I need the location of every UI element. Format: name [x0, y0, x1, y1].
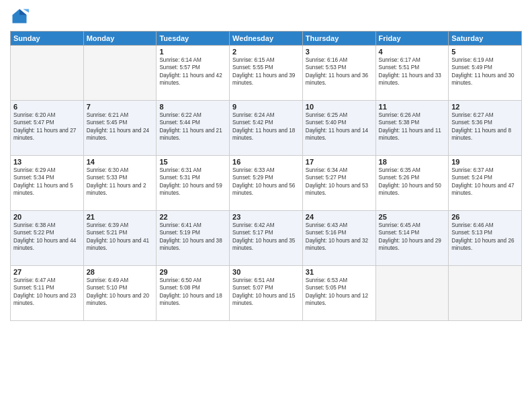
col-friday: Friday — [375, 32, 449, 46]
day-number: 15 — [159, 158, 226, 166]
calendar-week-row: 13Sunrise: 6:29 AM Sunset: 5:34 PM Dayli… — [11, 156, 522, 211]
day-info: Sunrise: 6:30 AM Sunset: 5:33 PM Dayligh… — [87, 167, 154, 197]
table-row: 20Sunrise: 6:38 AM Sunset: 5:22 PM Dayli… — [11, 211, 84, 266]
day-number: 20 — [13, 213, 81, 221]
table-row: 19Sunrise: 6:37 AM Sunset: 5:24 PM Dayli… — [449, 156, 522, 211]
table-row: 26Sunrise: 6:46 AM Sunset: 5:13 PM Dayli… — [449, 211, 522, 266]
table-row: 5Sunrise: 6:19 AM Sunset: 5:49 PM Daylig… — [449, 46, 522, 101]
table-row: 8Sunrise: 6:22 AM Sunset: 5:44 PM Daylig… — [157, 101, 230, 156]
table-row: 15Sunrise: 6:31 AM Sunset: 5:31 PM Dayli… — [157, 156, 230, 211]
day-number: 10 — [306, 103, 373, 111]
col-saturday: Saturday — [449, 32, 522, 46]
day-info: Sunrise: 6:16 AM Sunset: 5:53 PM Dayligh… — [306, 56, 373, 87]
table-row: 7Sunrise: 6:21 AM Sunset: 5:45 PM Daylig… — [83, 101, 157, 156]
day-number: 25 — [379, 213, 446, 221]
table-row: 4Sunrise: 6:17 AM Sunset: 5:51 PM Daylig… — [375, 46, 449, 101]
table-row: 14Sunrise: 6:30 AM Sunset: 5:33 PM Dayli… — [83, 156, 157, 211]
day-number: 30 — [232, 268, 300, 276]
day-number: 21 — [87, 213, 154, 221]
day-number: 22 — [159, 213, 226, 221]
day-number: 7 — [87, 103, 154, 111]
day-info: Sunrise: 6:26 AM Sunset: 5:38 PM Dayligh… — [379, 111, 446, 142]
day-number: 4 — [379, 48, 446, 56]
header — [10, 7, 522, 26]
day-number: 28 — [87, 268, 154, 276]
day-info: Sunrise: 6:42 AM Sunset: 5:17 PM Dayligh… — [232, 222, 300, 253]
col-tuesday: Tuesday — [157, 32, 230, 46]
day-number: 9 — [232, 103, 300, 111]
col-monday: Monday — [83, 32, 157, 46]
day-number: 26 — [451, 213, 519, 221]
day-info: Sunrise: 6:43 AM Sunset: 5:16 PM Dayligh… — [306, 222, 373, 253]
table-row: 6Sunrise: 6:20 AM Sunset: 5:47 PM Daylig… — [11, 101, 84, 156]
day-number: 8 — [159, 103, 226, 111]
day-info: Sunrise: 6:39 AM Sunset: 5:21 PM Dayligh… — [87, 222, 154, 253]
day-number: 6 — [13, 103, 81, 111]
table-row — [375, 266, 449, 321]
table-row: 28Sunrise: 6:49 AM Sunset: 5:10 PM Dayli… — [83, 266, 157, 321]
day-info: Sunrise: 6:22 AM Sunset: 5:44 PM Dayligh… — [159, 111, 226, 142]
calendar-week-row: 6Sunrise: 6:20 AM Sunset: 5:47 PM Daylig… — [11, 101, 522, 156]
col-thursday: Thursday — [302, 32, 375, 46]
page: Sunday Monday Tuesday Wednesday Thursday… — [0, 0, 532, 411]
day-info: Sunrise: 6:41 AM Sunset: 5:19 PM Dayligh… — [159, 222, 226, 253]
table-row: 3Sunrise: 6:16 AM Sunset: 5:53 PM Daylig… — [302, 46, 375, 101]
day-info: Sunrise: 6:50 AM Sunset: 5:08 PM Dayligh… — [159, 277, 226, 308]
day-info: Sunrise: 6:24 AM Sunset: 5:42 PM Dayligh… — [232, 111, 300, 142]
day-info: Sunrise: 6:17 AM Sunset: 5:51 PM Dayligh… — [379, 56, 446, 87]
day-number: 23 — [232, 213, 300, 221]
calendar-week-row: 27Sunrise: 6:47 AM Sunset: 5:11 PM Dayli… — [11, 266, 522, 321]
col-wednesday: Wednesday — [230, 32, 303, 46]
table-row: 21Sunrise: 6:39 AM Sunset: 5:21 PM Dayli… — [83, 211, 157, 266]
day-info: Sunrise: 6:34 AM Sunset: 5:27 PM Dayligh… — [306, 167, 373, 197]
table-row: 24Sunrise: 6:43 AM Sunset: 5:16 PM Dayli… — [302, 211, 375, 266]
table-row: 27Sunrise: 6:47 AM Sunset: 5:11 PM Dayli… — [11, 266, 84, 321]
col-sunday: Sunday — [11, 32, 84, 46]
day-number: 16 — [232, 158, 300, 166]
day-info: Sunrise: 6:33 AM Sunset: 5:29 PM Dayligh… — [232, 167, 300, 197]
day-number: 18 — [379, 158, 446, 166]
day-number: 12 — [451, 103, 519, 111]
calendar-header-row: Sunday Monday Tuesday Wednesday Thursday… — [11, 32, 522, 46]
day-info: Sunrise: 6:21 AM Sunset: 5:45 PM Dayligh… — [87, 111, 154, 142]
day-info: Sunrise: 6:46 AM Sunset: 5:13 PM Dayligh… — [451, 222, 519, 253]
day-number: 17 — [306, 158, 373, 166]
table-row — [83, 46, 157, 101]
table-row: 30Sunrise: 6:51 AM Sunset: 5:07 PM Dayli… — [230, 266, 303, 321]
day-info: Sunrise: 6:29 AM Sunset: 5:34 PM Dayligh… — [13, 167, 81, 197]
day-number: 31 — [306, 268, 373, 276]
day-info: Sunrise: 6:38 AM Sunset: 5:22 PM Dayligh… — [13, 222, 81, 253]
day-number: 24 — [306, 213, 373, 221]
table-row: 31Sunrise: 6:53 AM Sunset: 5:05 PM Dayli… — [302, 266, 375, 321]
table-row: 17Sunrise: 6:34 AM Sunset: 5:27 PM Dayli… — [302, 156, 375, 211]
svg-marker-2 — [23, 9, 29, 13]
day-info: Sunrise: 6:37 AM Sunset: 5:24 PM Dayligh… — [451, 167, 519, 197]
day-info: Sunrise: 6:49 AM Sunset: 5:10 PM Dayligh… — [87, 277, 154, 308]
day-info: Sunrise: 6:14 AM Sunset: 5:57 PM Dayligh… — [159, 56, 226, 87]
table-row: 18Sunrise: 6:35 AM Sunset: 5:26 PM Dayli… — [375, 156, 449, 211]
table-row: 2Sunrise: 6:15 AM Sunset: 5:55 PM Daylig… — [230, 46, 303, 101]
day-info: Sunrise: 6:20 AM Sunset: 5:47 PM Dayligh… — [13, 111, 81, 142]
logo — [10, 7, 32, 26]
table-row: 1Sunrise: 6:14 AM Sunset: 5:57 PM Daylig… — [157, 46, 230, 101]
day-info: Sunrise: 6:27 AM Sunset: 5:36 PM Dayligh… — [451, 111, 519, 142]
day-info: Sunrise: 6:47 AM Sunset: 5:11 PM Dayligh… — [13, 277, 81, 308]
table-row: 10Sunrise: 6:25 AM Sunset: 5:40 PM Dayli… — [302, 101, 375, 156]
day-number: 5 — [451, 48, 519, 56]
day-info: Sunrise: 6:53 AM Sunset: 5:05 PM Dayligh… — [306, 277, 373, 308]
day-info: Sunrise: 6:19 AM Sunset: 5:49 PM Dayligh… — [451, 56, 519, 87]
day-info: Sunrise: 6:25 AM Sunset: 5:40 PM Dayligh… — [306, 111, 373, 142]
table-row: 23Sunrise: 6:42 AM Sunset: 5:17 PM Dayli… — [230, 211, 303, 266]
day-number: 3 — [306, 48, 373, 56]
table-row: 29Sunrise: 6:50 AM Sunset: 5:08 PM Dayli… — [157, 266, 230, 321]
day-info: Sunrise: 6:15 AM Sunset: 5:55 PM Dayligh… — [232, 56, 300, 87]
day-info: Sunrise: 6:35 AM Sunset: 5:26 PM Dayligh… — [379, 167, 446, 197]
table-row: 12Sunrise: 6:27 AM Sunset: 5:36 PM Dayli… — [449, 101, 522, 156]
day-info: Sunrise: 6:45 AM Sunset: 5:14 PM Dayligh… — [379, 222, 446, 253]
table-row: 22Sunrise: 6:41 AM Sunset: 5:19 PM Dayli… — [157, 211, 230, 266]
day-number: 13 — [13, 158, 81, 166]
table-row: 11Sunrise: 6:26 AM Sunset: 5:38 PM Dayli… — [375, 101, 449, 156]
day-number: 1 — [159, 48, 226, 56]
day-number: 11 — [379, 103, 446, 111]
table-row: 13Sunrise: 6:29 AM Sunset: 5:34 PM Dayli… — [11, 156, 84, 211]
